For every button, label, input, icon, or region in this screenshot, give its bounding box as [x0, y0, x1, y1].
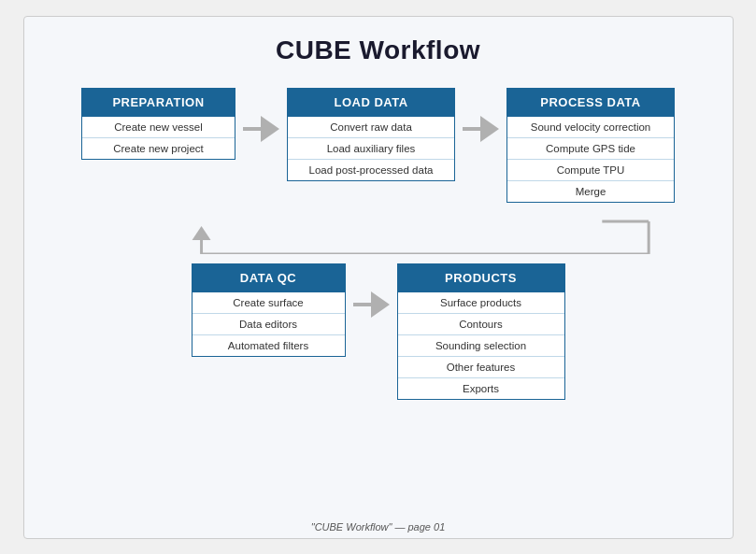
list-item: Automated filters [193, 335, 345, 356]
preparation-header: Preparation [81, 88, 235, 117]
dataqc-items: Create surface Data editors Automated fi… [192, 292, 346, 357]
arrow-prep-load [243, 88, 279, 142]
loaddata-items: Convert raw data Load auxiliary files Lo… [287, 117, 455, 181]
caption: "CUBE Workflow" — page 01 [311, 521, 446, 533]
processdata-block: Process Data Sound velocity correction C… [506, 88, 675, 203]
bottom-row: Data QC Create surface Data editors Auto… [52, 263, 705, 400]
list-item: Load auxiliary files [288, 138, 454, 160]
slide-title: CUBE Workflow [276, 36, 480, 65]
dataqc-block: Data QC Create surface Data editors Auto… [192, 263, 346, 357]
loaddata-header: Load Data [287, 88, 455, 117]
list-item: Merge [507, 181, 674, 202]
products-header: Products [397, 263, 565, 292]
list-item: Surface products [398, 292, 564, 314]
arrow-qc-products [353, 263, 390, 318]
preparation-items: Create new vessel Create new project [81, 117, 235, 160]
arrow-load-process [463, 88, 499, 142]
list-item: Convert raw data [288, 117, 454, 138]
list-item: Create new vessel [82, 117, 235, 138]
workflow-container: Preparation Create new vessel Create new… [52, 88, 705, 400]
list-item: Create new project [82, 138, 235, 159]
list-item: Compute TPU [507, 160, 674, 181]
preparation-block: Preparation Create new vessel Create new… [81, 88, 235, 160]
svg-marker-4 [192, 226, 210, 240]
list-item: Data editors [193, 314, 345, 335]
connector-svg [52, 203, 705, 254]
products-block: Products Surface products Contours Sound… [397, 263, 565, 400]
top-row: Preparation Create new vessel Create new… [52, 88, 705, 203]
list-item: Load post-processed data [288, 160, 454, 180]
list-item: Compute GPS tide [507, 138, 674, 160]
loaddata-block: Load Data Convert raw data Load auxiliar… [287, 88, 455, 181]
list-item: Sound velocity correction [507, 117, 674, 138]
list-item: Contours [398, 314, 564, 335]
dataqc-header: Data QC [192, 263, 346, 292]
list-item: Create surface [193, 292, 345, 314]
processdata-header: Process Data [506, 88, 675, 117]
products-items: Surface products Contours Sounding selec… [397, 292, 565, 400]
list-item: Other features [398, 357, 564, 378]
list-item: Exports [398, 378, 564, 399]
slide: CUBE Workflow Preparation Create new ves… [23, 16, 734, 539]
list-item: Sounding selection [398, 335, 564, 357]
processdata-items: Sound velocity correction Compute GPS ti… [506, 117, 675, 203]
